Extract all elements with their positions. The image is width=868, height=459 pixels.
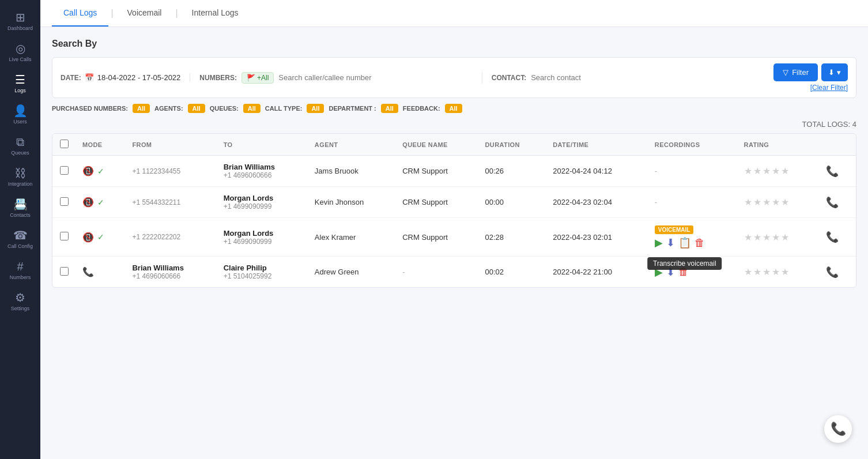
- row-duration-cell: 00:00: [478, 187, 546, 218]
- star-2[interactable]: ★: [753, 232, 761, 243]
- date-value[interactable]: 18-04-2022 - 17-05-2022: [97, 73, 181, 82]
- download-recording-button[interactable]: ⬇: [666, 236, 675, 249]
- sidebar-item-contacts[interactable]: 📇 Contacts: [0, 193, 40, 224]
- queues-badge[interactable]: All: [243, 104, 261, 113]
- call-action-button[interactable]: 📞: [826, 231, 839, 243]
- feedback-label: FEEDBACK:: [403, 105, 440, 112]
- play-recording-button[interactable]: ▶: [655, 266, 663, 279]
- sidebar-item-dashboard[interactable]: ⊞ Dashboard: [0, 6, 40, 37]
- star-3[interactable]: ★: [763, 197, 771, 208]
- all-numbers-button[interactable]: 🚩 +All: [241, 72, 274, 84]
- row-agent-cell: Jams Bruook: [308, 156, 395, 187]
- sidebar-item-logs[interactable]: ☰ Logs: [0, 68, 40, 99]
- star-4[interactable]: ★: [772, 165, 780, 176]
- to-number: +1 4696060666: [224, 171, 301, 179]
- row-mode-cell: 📵✓: [76, 218, 125, 257]
- contact-label: CONTACT:: [492, 74, 526, 82]
- transcribe-tooltip-wrap: 📋 Transcribe voicemail: [678, 236, 691, 249]
- star-2[interactable]: ★: [753, 197, 761, 208]
- numbers-label: NUMBERS:: [199, 74, 237, 82]
- filter-bar: DATE: 📅 18-04-2022 - 17-05-2022 NUMBERS:…: [52, 57, 856, 98]
- row-action-cell: 📞: [819, 156, 856, 187]
- row-duration-cell: 02:28: [478, 218, 546, 257]
- missed-call-icon: 📵: [82, 165, 94, 176]
- missed-call-icon: 📵: [82, 197, 94, 208]
- call-action-button[interactable]: 📞: [826, 266, 839, 279]
- contact-search-input[interactable]: [531, 73, 764, 82]
- star-5[interactable]: ★: [781, 197, 789, 208]
- call-type-badge[interactable]: All: [307, 104, 324, 113]
- inbound-call-icon: 📞: [82, 266, 94, 277]
- call-action-button[interactable]: 📞: [826, 196, 839, 209]
- clear-filter-link[interactable]: [Clear Filter]: [810, 84, 848, 92]
- star-3[interactable]: ★: [763, 266, 771, 277]
- download-button[interactable]: ⬇ ▾: [821, 63, 848, 81]
- star-3[interactable]: ★: [763, 165, 771, 176]
- star-5[interactable]: ★: [781, 165, 789, 176]
- live-calls-icon: ◎: [16, 43, 25, 54]
- row-recordings-cell: -: [648, 156, 737, 187]
- rating-stars[interactable]: ★★★★★: [744, 232, 812, 243]
- rating-stars[interactable]: ★★★★★: [744, 197, 812, 208]
- feedback-badge[interactable]: All: [445, 104, 462, 113]
- to-number: +1 5104025992: [224, 272, 301, 280]
- star-1[interactable]: ★: [744, 197, 752, 208]
- th-duration: DURATION: [478, 134, 546, 156]
- filter-buttons-row: ▽ Filter ⬇ ▾: [773, 63, 848, 81]
- numbers-filter-group: NUMBERS: 🚩 +All: [199, 72, 482, 84]
- fab-call-button[interactable]: 📞: [824, 415, 852, 443]
- purchased-numbers-badge[interactable]: All: [133, 104, 150, 113]
- tab-internal-logs[interactable]: Internal Logs: [180, 0, 250, 27]
- star-4[interactable]: ★: [772, 197, 780, 208]
- download-icon: ⬇: [828, 68, 835, 77]
- total-logs: TOTAL LOGS: 4: [52, 120, 856, 129]
- row-rating-cell: ★★★★★: [737, 156, 819, 187]
- row-checkbox[interactable]: [60, 166, 69, 175]
- sidebar-item-users[interactable]: 👤 Users: [0, 99, 40, 130]
- star-1[interactable]: ★: [744, 165, 752, 176]
- transcribe-voicemail-button[interactable]: 📋: [678, 236, 691, 249]
- from-name: Brian Williams: [132, 264, 209, 272]
- star-4[interactable]: ★: [772, 266, 780, 277]
- sidebar-item-call-config[interactable]: ☎ Call Config: [0, 224, 40, 255]
- tab-call-logs[interactable]: Call Logs: [52, 0, 108, 27]
- star-2[interactable]: ★: [753, 165, 761, 176]
- star-1[interactable]: ★: [744, 232, 752, 243]
- row-checkbox[interactable]: [60, 232, 69, 240]
- sidebar-item-settings[interactable]: ⚙ Settings: [0, 286, 40, 317]
- integration-icon: ⛓: [14, 167, 26, 179]
- star-2[interactable]: ★: [753, 266, 761, 277]
- filter-button[interactable]: ▽ Filter: [773, 63, 818, 81]
- star-5[interactable]: ★: [781, 232, 789, 243]
- to-name: Brian Williams: [224, 163, 301, 171]
- check-icon: ✓: [97, 232, 104, 242]
- row-rating-cell: ★★★★★: [737, 257, 819, 288]
- call-action-button[interactable]: 📞: [826, 165, 839, 178]
- sidebar-item-live-calls[interactable]: ◎ Live Calls: [0, 37, 40, 68]
- row-queue-cell: CRM Support: [395, 218, 478, 257]
- star-1[interactable]: ★: [744, 266, 752, 277]
- row-action-cell: 📞: [819, 187, 856, 218]
- number-search-input[interactable]: [278, 73, 472, 82]
- th-from: FROM: [125, 134, 216, 156]
- rating-stars[interactable]: ★★★★★: [744, 165, 812, 176]
- from-number: +1 2222022202: [132, 233, 209, 241]
- star-4[interactable]: ★: [772, 232, 780, 243]
- row-checkbox[interactable]: [60, 267, 69, 276]
- star-5[interactable]: ★: [781, 266, 789, 277]
- department-badge[interactable]: All: [381, 104, 398, 113]
- download-recording-button[interactable]: ⬇: [666, 266, 675, 279]
- sidebar-item-integration[interactable]: ⛓ Integration: [0, 161, 40, 193]
- sidebar-item-queues[interactable]: ⧉ Queues: [0, 130, 40, 161]
- sidebar-item-numbers[interactable]: # Numbers: [0, 255, 40, 286]
- rating-stars[interactable]: ★★★★★: [744, 266, 812, 277]
- star-3[interactable]: ★: [763, 232, 771, 243]
- date-filter-group: DATE: 📅 18-04-2022 - 17-05-2022: [61, 73, 190, 82]
- row-checkbox[interactable]: [60, 197, 69, 206]
- tab-voicemail[interactable]: Voicemail: [116, 0, 173, 27]
- play-recording-button[interactable]: ▶: [655, 236, 663, 249]
- agents-badge[interactable]: All: [188, 104, 205, 113]
- delete-recording-button[interactable]: 🗑: [695, 237, 705, 249]
- delete-recording-button[interactable]: 🗑: [678, 266, 689, 278]
- select-all-checkbox[interactable]: [60, 140, 69, 148]
